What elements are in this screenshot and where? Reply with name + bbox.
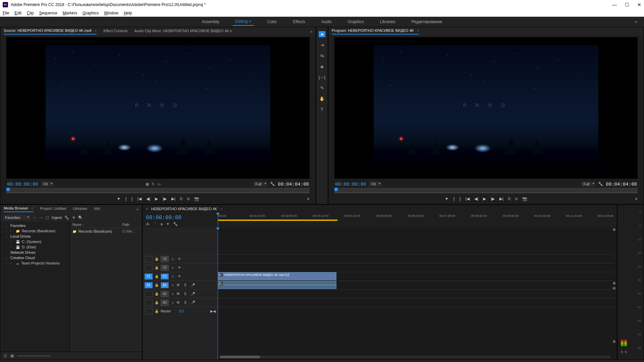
thumb-size-slider[interactable] [17, 356, 51, 356]
timeline-track-area[interactable]: fxНЕВЕРОЯТНО КРАСИВОЕ ВИДЕО 4K.mp4 [V] f… [218, 228, 617, 360]
menu-clip[interactable]: Clip [27, 11, 34, 15]
back-icon[interactable]: ← [33, 216, 37, 220]
track-a1[interactable]: A1🔒A1⎋M S 🎤 [143, 281, 218, 289]
sequence-name[interactable]: НЕВЕРОЯТНО КРАСИВОЕ ВИДЕО 4K [151, 207, 217, 211]
menu-help[interactable]: Help [124, 11, 132, 15]
list-item[interactable]: 📁 Records (Bandicam) D:\Me... [70, 228, 142, 234]
selection-tool-icon[interactable]: ➤ [319, 31, 325, 37]
program-viewer[interactable]: P R O D [334, 37, 638, 179]
play-icon[interactable]: ▶ [483, 196, 486, 201]
tab-program[interactable]: Program: НЕВЕРОЯТНО КРАСИВОЕ ВИДЕО 4K ≡ [332, 28, 419, 35]
timeline-scrollbar[interactable] [220, 356, 610, 358]
go-to-in-icon[interactable]: |◀ [466, 196, 470, 201]
out-point-icon[interactable]: } [460, 196, 461, 201]
thumb-view-icon[interactable]: ▦ [10, 354, 14, 358]
type-tool-icon[interactable]: T [319, 106, 325, 112]
program-quality-dropdown[interactable]: Full [581, 181, 596, 187]
workspace-effects[interactable]: Effects [290, 18, 308, 25]
tree-local-drives[interactable]: ⌄Local Drives [0, 234, 69, 239]
workspace-overflow-icon[interactable]: » [635, 19, 637, 24]
export-frame-icon[interactable]: 📷 [522, 196, 527, 201]
track-v3[interactable]: 🔒V3⎋👁 [143, 254, 218, 263]
track-master[interactable]: 🔒Master0,0▶◀ [143, 307, 218, 315]
play-icon[interactable]: ▶ [155, 196, 158, 201]
minimize-icon[interactable]: — [612, 2, 617, 7]
tab-libraries[interactable]: Libraries [73, 206, 87, 212]
extract-icon[interactable]: ⎚ [515, 196, 518, 201]
workspace-editing[interactable]: Editing ≡ [233, 18, 254, 26]
workspace-assembly[interactable]: Assembly [199, 18, 222, 25]
audio-clip[interactable]: fx [218, 281, 336, 289]
source-viewer[interactable]: P R O D [6, 37, 310, 179]
workspace-libraries[interactable]: Libraries [377, 18, 398, 25]
work-area-bar[interactable] [218, 220, 337, 221]
source-quality-dropdown[interactable]: Full [253, 181, 268, 187]
tab-project[interactable]: Project: Untitled [40, 206, 66, 212]
step-forward-icon[interactable]: |▶ [163, 196, 167, 201]
solo-right[interactable]: S [625, 350, 627, 354]
tab-audio-mixer[interactable]: Audio Clip Mixer: НЕВЕРОЯТНО КРАСИВОЕ ВИ… [134, 29, 232, 34]
menu-markers[interactable]: Markers [63, 11, 77, 15]
settings-icon[interactable]: ▼ [166, 222, 170, 227]
insert-icon[interactable]: ⎘ [180, 196, 182, 201]
menu-edit[interactable]: Edit [14, 11, 21, 15]
razor-tool-icon[interactable]: ◈ [319, 63, 325, 69]
tree-records[interactable]: ›📁Records (Bandicam) [0, 228, 69, 234]
ripple-edit-tool-icon[interactable]: ⇆ [319, 53, 325, 59]
program-zoom-dropdown[interactable]: Fit [369, 181, 382, 187]
marker-add-icon[interactable]: ⬗ [160, 222, 163, 227]
tab-media-browser[interactable]: Media Browser ≡ [4, 206, 34, 212]
tree-network[interactable]: Network Drives [0, 250, 69, 255]
source-settings-icon[interactable]: ▦ [146, 182, 149, 186]
timeline-ruler[interactable]: :00:00 00:01:04:00 00:02:08:00 00:03:12:… [218, 213, 617, 228]
ingest-checkbox[interactable]: ☐ [46, 216, 49, 220]
forward-icon[interactable]: → [39, 216, 43, 220]
filter-icon[interactable]: ▼ [72, 216, 75, 220]
go-to-in-icon[interactable]: |◀ [138, 196, 142, 201]
search-icon[interactable]: 🔍 [78, 216, 83, 220]
hand-tool-icon[interactable]: ✋ [319, 96, 325, 102]
sequence-close-icon[interactable]: × [146, 207, 148, 211]
home-icon[interactable]: ⌂ [2, 361, 4, 362]
tree-creative-cloud[interactable]: ⌄Creative Cloud [0, 255, 69, 260]
track-v1[interactable]: V1🔒V1⎋👁 [143, 272, 218, 281]
video-clip[interactable]: fxНЕВЕРОЯТНО КРАСИВОЕ ВИДЕО 4K.mp4 [V] [218, 272, 336, 280]
step-back-icon[interactable]: ◀| [474, 196, 478, 201]
linked-selection-icon[interactable]: ⌒ [153, 222, 157, 227]
slip-tool-icon[interactable]: |↔| [319, 74, 325, 80]
lift-icon[interactable]: ⎘ [508, 196, 511, 201]
in-point-icon[interactable]: { [453, 196, 455, 201]
favorites-dropdown[interactable]: Favorites [3, 215, 30, 220]
track-select-tool-icon[interactable]: ⇥ [319, 42, 325, 48]
source-scrubber[interactable] [6, 188, 310, 193]
marker-icon[interactable]: ▼ [445, 196, 449, 201]
wrench-icon[interactable]: 🔧 [64, 216, 69, 220]
sequence-menu-icon[interactable]: ≡ [220, 207, 222, 211]
list-header-name[interactable]: Name ↑ [72, 223, 122, 227]
workspace-graphics[interactable]: Graphics [345, 18, 367, 25]
out-point-icon[interactable]: } [131, 196, 133, 201]
menu-sequence[interactable]: Sequence [39, 11, 57, 15]
panel-overflow-icon[interactable]: » [310, 29, 312, 34]
workspace-custom[interactable]: Редактирование [409, 18, 445, 25]
tree-team-projects[interactable]: ›☁Team Projects Versions [0, 260, 69, 266]
step-back-icon[interactable]: ◀| [146, 196, 150, 201]
maximize-icon[interactable]: ☐ [625, 2, 629, 7]
button-editor-icon[interactable]: + [307, 196, 310, 201]
go-to-out-icon[interactable]: ▶| [499, 196, 503, 201]
tree-drive-c[interactable]: ›💾C: (System) [0, 239, 69, 244]
marker-icon[interactable]: ▼ [117, 196, 121, 201]
tree-drive-d[interactable]: ›💾D: (Else) [0, 244, 69, 250]
tab-effect-controls[interactable]: Effect Controls [103, 29, 127, 34]
program-timecode-in[interactable]: 00:00:00:00 [335, 181, 366, 187]
program-scrubber[interactable] [334, 188, 638, 193]
source-timecode-in[interactable]: 00:00:00:00 [7, 181, 38, 187]
menu-file[interactable]: File [3, 11, 9, 15]
source-overlay-icon[interactable]: ▭ [157, 182, 161, 186]
panel-overflow-icon[interactable]: » [137, 207, 139, 211]
menu-graphics[interactable]: Graphics [83, 11, 99, 15]
button-editor-icon[interactable]: + [635, 196, 638, 201]
track-a2[interactable]: 🔒A2⎋M S 🎤 [143, 289, 218, 298]
source-wrench-icon[interactable]: 🔧 [270, 182, 275, 186]
track-v2[interactable]: 🔒V2⎋👁 [143, 263, 218, 272]
